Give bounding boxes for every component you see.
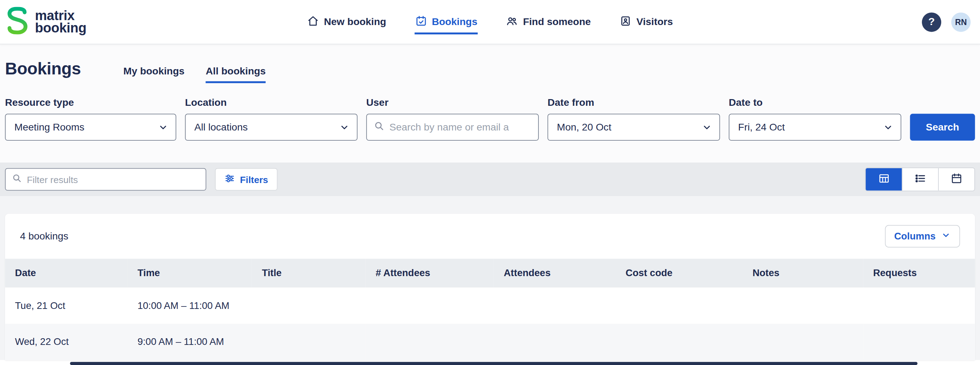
date-from-label: Date from	[547, 97, 720, 108]
filter-results-input[interactable]	[27, 174, 199, 185]
horizontal-scrollbar-thumb[interactable]	[70, 362, 918, 365]
calendar-view-icon	[951, 172, 963, 186]
nav-find-someone[interactable]: Find someone	[505, 10, 591, 34]
column-header-requests[interactable]: Requests	[863, 259, 975, 288]
column-header-cost-code[interactable]: Cost code	[616, 259, 743, 288]
chevron-down-icon	[941, 230, 951, 242]
cell-attendee-count	[366, 287, 494, 324]
app-root: matrix booking New booking Book	[0, 0, 980, 365]
cell-attendee-count	[366, 324, 494, 360]
columns-button-label: Columns	[894, 231, 935, 242]
cell-attendees	[494, 324, 616, 360]
tab-my-bookings[interactable]: My bookings	[123, 65, 184, 83]
user-search-input[interactable]	[390, 122, 531, 133]
date-to-select[interactable]: Fri, 24 Oct	[729, 114, 901, 141]
date-to-value: Fri, 24 Oct	[738, 122, 785, 133]
nav-label: Find someone	[523, 16, 590, 27]
column-header-date[interactable]: Date	[5, 259, 127, 288]
badge-icon	[619, 15, 632, 29]
chevron-down-icon	[883, 122, 893, 132]
filters-button-label: Filters	[240, 174, 268, 185]
filters-section: Bookings My bookings All bookings Resour…	[0, 44, 980, 163]
filters-button[interactable]: Filters	[215, 168, 277, 191]
table-view-button[interactable]	[865, 168, 902, 191]
columns-button[interactable]: Columns	[885, 225, 960, 247]
chevron-down-icon	[339, 122, 349, 132]
nav-new-booking[interactable]: New booking	[307, 10, 387, 34]
column-header-attendee-count[interactable]: # Attendees	[366, 259, 494, 288]
nav-label: Visitors	[636, 16, 673, 27]
location-label: Location	[185, 97, 358, 108]
list-view-icon	[915, 172, 926, 186]
results-card-header: 4 bookings Columns	[5, 214, 975, 259]
nav-label: New booking	[324, 16, 386, 27]
location-value: All locations	[194, 122, 248, 133]
user-search-wrap	[366, 114, 539, 141]
nav-label: Bookings	[432, 16, 477, 27]
table-header-row: Date Time Title # Attendees Attendees Co…	[5, 259, 975, 288]
search-button[interactable]: Search	[910, 114, 975, 141]
list-view-button[interactable]	[902, 168, 938, 191]
resource-type-label: Resource type	[5, 97, 176, 108]
user-field: User	[366, 97, 539, 141]
house-icon	[307, 15, 319, 29]
cell-notes	[743, 287, 863, 324]
cell-cost-code	[616, 324, 743, 360]
help-button[interactable]: ?	[922, 12, 941, 32]
content-area: 4 bookings Columns Date Time	[0, 196, 980, 360]
table-view-icon	[878, 172, 890, 186]
column-header-title[interactable]: Title	[252, 259, 366, 288]
cell-title	[252, 287, 366, 324]
cell-time: 10:00 AM – 11:00 AM	[127, 287, 252, 324]
table-row[interactable]: Tue, 21 Oct 10:00 AM – 11:00 AM	[5, 287, 975, 324]
date-to-field: Date to Fri, 24 Oct	[729, 97, 901, 141]
cell-notes	[743, 324, 863, 360]
sliders-icon	[224, 173, 235, 185]
resource-type-value: Meeting Rooms	[14, 122, 84, 133]
main-nav: New booking Bookings Find someone	[307, 0, 674, 44]
chevron-down-icon	[158, 122, 168, 132]
bookings-tabs: My bookings All bookings	[123, 65, 266, 83]
resource-type-select[interactable]: Meeting Rooms	[5, 114, 176, 141]
cell-requests	[863, 287, 975, 324]
page-title: Bookings	[5, 59, 81, 79]
column-header-notes[interactable]: Notes	[743, 259, 863, 288]
column-header-time[interactable]: Time	[127, 259, 252, 288]
column-header-attendees[interactable]: Attendees	[494, 259, 616, 288]
bookings-count: 4 bookings	[20, 231, 68, 242]
search-icon	[12, 173, 22, 185]
table-row[interactable]: Wed, 22 Oct 9:00 AM – 11:00 AM	[5, 324, 975, 360]
results-toolbar: Filters	[0, 163, 980, 196]
nav-visitors[interactable]: Visitors	[619, 10, 673, 34]
cell-time: 9:00 AM – 11:00 AM	[127, 324, 252, 360]
chevron-down-icon	[702, 122, 712, 132]
cell-requests	[863, 324, 975, 360]
topbar-right: ? RN	[922, 12, 970, 32]
results-card: 4 bookings Columns Date Time	[5, 214, 975, 360]
nav-bookings[interactable]: Bookings	[414, 10, 478, 34]
bookings-table: Date Time Title # Attendees Attendees Co…	[5, 259, 975, 360]
matrix-booking-logo[interactable]: matrix booking	[6, 7, 86, 37]
user-avatar[interactable]: RN	[951, 12, 970, 32]
search-icon	[374, 121, 385, 134]
date-from-select[interactable]: Mon, 20 Oct	[547, 114, 720, 141]
filter-row: Resource type Meeting Rooms Location All…	[5, 97, 975, 163]
filter-results-wrap	[5, 168, 206, 191]
date-from-field: Date from Mon, 20 Oct	[547, 97, 720, 141]
cell-date: Tue, 21 Oct	[5, 287, 127, 324]
cell-cost-code	[616, 287, 743, 324]
cell-date: Wed, 22 Oct	[5, 324, 127, 360]
tab-all-bookings[interactable]: All bookings	[206, 65, 266, 83]
resource-type-field: Resource type Meeting Rooms	[5, 97, 176, 141]
date-from-value: Mon, 20 Oct	[557, 122, 611, 133]
calendar-check-icon	[415, 15, 427, 29]
date-to-label: Date to	[729, 97, 901, 108]
location-select[interactable]: All locations	[185, 114, 358, 141]
view-toggle-group	[865, 167, 975, 191]
cell-title	[252, 324, 366, 360]
top-navigation-bar: matrix booking New booking Book	[0, 0, 980, 44]
calendar-view-button[interactable]	[938, 168, 974, 191]
brand-line-2: booking	[35, 21, 86, 36]
user-label: User	[366, 97, 539, 108]
location-field: Location All locations	[185, 97, 358, 141]
